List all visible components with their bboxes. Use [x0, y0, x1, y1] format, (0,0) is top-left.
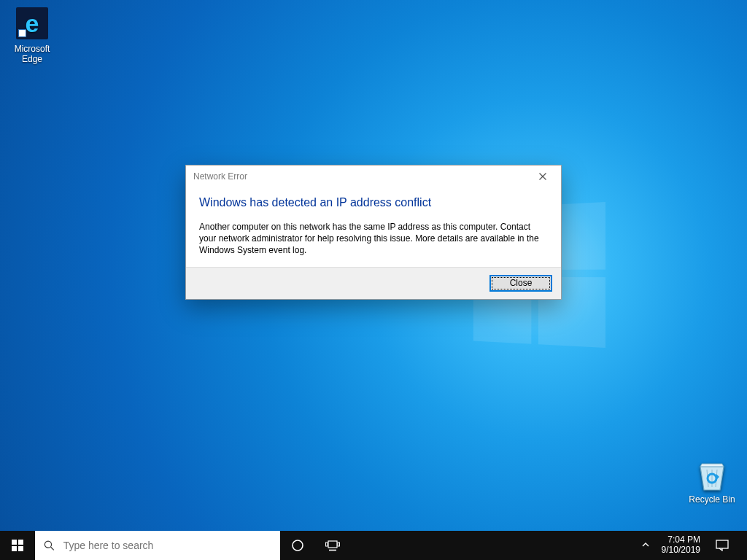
search-icon — [44, 540, 55, 551]
dialog-footer: Close — [186, 267, 561, 299]
dialog-headline: Windows has detected an IP address confl… — [199, 196, 548, 209]
recycle-bin-icon — [694, 456, 729, 491]
system-tray: 7:04 PM 9/10/2019 — [631, 531, 747, 560]
dialog-close-button[interactable] — [526, 166, 560, 187]
clock-time: 7:04 PM — [662, 535, 700, 545]
svg-rect-13 — [338, 542, 340, 546]
task-view-icon — [325, 540, 340, 551]
chevron-up-icon — [642, 541, 649, 548]
search-input[interactable] — [63, 540, 271, 551]
edge-icon: e — [15, 6, 50, 41]
notification-icon — [716, 540, 729, 551]
clock-date: 9/10/2019 — [662, 545, 700, 556]
desktop-icon-label: Recycle Bin — [684, 494, 740, 505]
action-center-button[interactable] — [706, 540, 738, 551]
cortana-icon — [291, 539, 304, 552]
desktop-icon-label: Microsoft Edge — [4, 44, 60, 64]
desktop-icon-recycle-bin[interactable]: Recycle Bin — [684, 456, 740, 505]
svg-point-10 — [293, 540, 303, 551]
taskbar-clock[interactable]: 7:04 PM 9/10/2019 — [656, 535, 706, 556]
svg-rect-15 — [716, 540, 728, 548]
taskbar-search[interactable] — [35, 531, 280, 560]
dialog-titlebar[interactable]: Network Error — [186, 166, 561, 187]
dialog-title: Network Error — [193, 171, 247, 182]
taskbar: 7:04 PM 9/10/2019 — [0, 531, 747, 560]
start-button[interactable] — [0, 531, 35, 560]
windows-logo-icon — [12, 540, 23, 551]
desktop-icon-microsoft-edge[interactable]: e Microsoft Edge — [4, 6, 60, 64]
svg-marker-1 — [700, 464, 724, 467]
svg-line-9 — [51, 547, 54, 550]
task-view-button[interactable] — [315, 531, 350, 560]
network-error-dialog: Network Error Windows has detected an IP… — [185, 165, 562, 300]
close-button[interactable]: Close — [489, 275, 552, 292]
dialog-message: Another computer on this network has the… — [199, 221, 548, 257]
desktop[interactable]: e Microsoft Edge Recycle Bin Network Err… — [0, 0, 747, 560]
svg-point-8 — [44, 541, 51, 548]
svg-rect-11 — [328, 541, 337, 548]
svg-rect-12 — [326, 542, 328, 546]
tray-overflow-button[interactable] — [635, 541, 656, 550]
close-icon — [539, 173, 546, 180]
cortana-button[interactable] — [280, 531, 315, 560]
